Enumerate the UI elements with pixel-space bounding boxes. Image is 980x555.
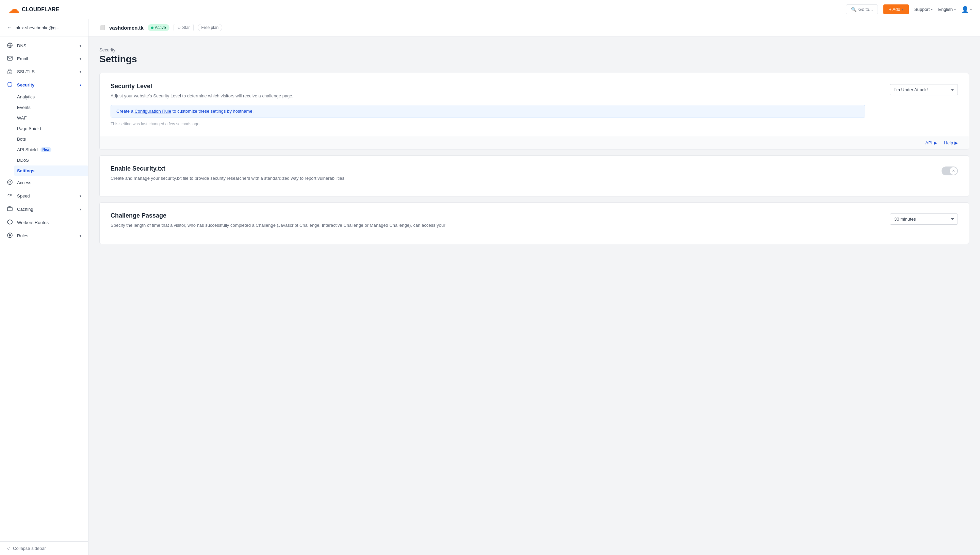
sidebar-item-email-label: Email xyxy=(17,56,28,61)
sidebar-subitem-settings[interactable]: Settings xyxy=(14,165,88,176)
user-menu-button[interactable]: 👤 ▾ xyxy=(961,6,972,13)
email-chevron-icon: ▾ xyxy=(80,57,82,61)
cloudflare-logo-text: CLOUDFLARE xyxy=(22,6,59,13)
challenge-passage-title: Challenge Passage xyxy=(110,212,865,219)
add-chevron-icon: ▾ xyxy=(902,8,903,11)
enable-security-txt-aside: ✕ xyxy=(876,165,958,175)
collapse-arrow-icon: ◁ xyxy=(7,546,10,551)
challenge-passage-aside: 30 minutes 45 minutes 1 hour 2 hours 6 h… xyxy=(876,212,958,225)
sidebar-subitem-api-shield[interactable]: API Shield New xyxy=(17,144,88,155)
sidebar-subitem-waf[interactable]: WAF xyxy=(17,113,88,123)
help-label: Help xyxy=(944,140,953,145)
sidebar-item-security-label: Security xyxy=(17,82,34,88)
speed-icon xyxy=(7,193,13,199)
page-content: Security Settings Security Level Adjust … xyxy=(88,37,980,260)
svg-point-4 xyxy=(10,72,11,73)
add-button[interactable]: + Add ▾ xyxy=(883,5,909,14)
sidebar-subitem-page-shield[interactable]: Page Shield xyxy=(17,123,88,134)
cloudflare-cloud-icon: ☁ xyxy=(8,3,19,16)
sidebar-item-dns-label: DNS xyxy=(17,43,26,48)
user-chevron-icon: ▾ xyxy=(970,8,972,11)
enable-security-txt-card-body: Enable Security.txt Create and manage yo… xyxy=(100,156,969,197)
main-content: ⬜ vashdomen.tk Active ☆ Star Free plan S… xyxy=(88,19,980,555)
sidebar-subitem-ddos[interactable]: DDoS xyxy=(17,155,88,165)
help-link[interactable]: Help ▶ xyxy=(944,140,958,145)
support-chevron-icon: ▾ xyxy=(931,8,933,11)
security-level-select[interactable]: I'm Under Attack! Off Essentially Off Lo… xyxy=(890,84,958,95)
domain-name: vashdomen.tk xyxy=(109,25,144,30)
sidebar-item-security[interactable]: Security ▴ xyxy=(0,78,88,91)
svg-marker-8 xyxy=(8,220,12,225)
plan-badge: Free plan xyxy=(198,24,222,31)
sidebar-item-workers-routes[interactable]: Workers Routes xyxy=(0,216,88,229)
active-dot xyxy=(151,27,153,29)
security-level-title: Security Level xyxy=(110,83,865,90)
collapse-sidebar-button[interactable]: ◁ Collapse sidebar xyxy=(0,541,88,555)
sidebar-item-email[interactable]: Email ▾ xyxy=(0,53,88,65)
language-button[interactable]: English ▾ xyxy=(938,7,956,12)
security-icon xyxy=(7,82,13,88)
topnav: ☁ CLOUDFLARE 🔍 Go to... + Add ▾ Support … xyxy=(0,0,980,19)
sidebar-item-speed[interactable]: Speed ▾ xyxy=(0,189,88,202)
svg-rect-2 xyxy=(8,56,12,60)
enable-security-txt-title: Enable Security.txt xyxy=(110,165,865,172)
sidebar-subitem-bots[interactable]: Bots xyxy=(17,134,88,144)
star-button[interactable]: ☆ Star xyxy=(174,24,193,31)
rules-chevron-icon: ▾ xyxy=(80,234,82,237)
sidebar-subitem-analytics-label: Analytics xyxy=(17,94,35,99)
configuration-rule-link[interactable]: Configuration Rule xyxy=(134,109,171,114)
access-icon xyxy=(7,180,13,186)
back-arrow-icon: ← xyxy=(7,24,12,30)
toggle-x-icon: ✕ xyxy=(952,169,955,173)
api-shield-new-badge: New xyxy=(40,147,52,152)
sidebar-item-access[interactable]: Access xyxy=(0,176,88,189)
security-level-card-body: Security Level Adjust your website's Sec… xyxy=(100,73,969,136)
language-chevron-icon: ▾ xyxy=(954,8,956,11)
star-label: Star xyxy=(182,25,190,30)
sidebar-subitem-events-label: Events xyxy=(17,105,30,110)
api-arrow-icon: ▶ xyxy=(934,140,937,145)
enable-security-txt-card: Enable Security.txt Create and manage yo… xyxy=(99,155,969,197)
security-level-card: Security Level Adjust your website's Sec… xyxy=(99,73,969,150)
security-txt-toggle[interactable]: ✕ xyxy=(942,167,958,175)
sidebar-subitem-events[interactable]: Events xyxy=(17,102,88,113)
sidebar-subitem-waf-label: WAF xyxy=(17,115,27,120)
enable-security-txt-main: Enable Security.txt Create and manage yo… xyxy=(110,165,876,187)
security-level-timestamp: This setting was last changed a few seco… xyxy=(110,122,865,126)
sidebar-item-caching[interactable]: Caching ▾ xyxy=(0,202,88,216)
challenge-passage-select[interactable]: 30 minutes 45 minutes 1 hour 2 hours 6 h… xyxy=(890,213,958,225)
sidebar-user-item[interactable]: ← alex.shevchenko@g... xyxy=(0,19,88,37)
domain-header: ⬜ vashdomen.tk Active ☆ Star Free plan xyxy=(88,19,980,37)
search-icon: 🔍 xyxy=(851,7,857,12)
cloudflare-logo: ☁ CLOUDFLARE xyxy=(8,3,59,16)
security-chevron-icon: ▴ xyxy=(80,83,82,87)
challenge-passage-desc: Specify the length of time that a visito… xyxy=(110,222,865,229)
collapse-sidebar-label: Collapse sidebar xyxy=(13,546,46,551)
sidebar-item-ssl[interactable]: SSL/TLS ▾ xyxy=(0,65,88,78)
support-button[interactable]: Support ▾ xyxy=(914,7,933,12)
sidebar-username: alex.shevchenko@g... xyxy=(16,25,59,30)
domain-icon: ⬜ xyxy=(99,25,105,30)
speed-chevron-icon: ▾ xyxy=(80,194,82,198)
sidebar-subitem-api-shield-label: API Shield xyxy=(17,147,38,152)
security-submenu: Analytics Events WAF Page Shield Bots AP… xyxy=(0,91,88,176)
sidebar-item-ssl-label: SSL/TLS xyxy=(17,69,35,74)
api-link[interactable]: API ▶ xyxy=(925,140,937,145)
security-level-desc: Adjust your website's Security Level to … xyxy=(110,93,865,99)
ssl-icon xyxy=(7,69,13,75)
challenge-passage-card-body: Challenge Passage Specify the length of … xyxy=(100,202,969,244)
sidebar-item-access-label: Access xyxy=(17,180,31,185)
caching-chevron-icon: ▾ xyxy=(80,207,82,211)
rules-icon xyxy=(7,233,13,239)
sidebar-item-dns[interactable]: DNS ▾ xyxy=(0,39,88,53)
dns-chevron-icon: ▾ xyxy=(80,44,82,48)
goto-button[interactable]: 🔍 Go to... xyxy=(846,5,878,14)
sidebar-subitem-analytics[interactable]: Analytics xyxy=(17,91,88,102)
sidebar-item-workers-routes-label: Workers Routes xyxy=(17,220,49,225)
security-level-footer: API ▶ Help ▶ xyxy=(100,136,969,149)
enable-security-txt-desc: Create and manage your security.txt file… xyxy=(110,175,865,182)
security-level-main: Security Level Adjust your website's Sec… xyxy=(110,83,876,126)
email-icon xyxy=(7,56,13,62)
help-arrow-icon: ▶ xyxy=(954,140,958,145)
sidebar-item-rules[interactable]: Rules ▾ xyxy=(0,229,88,242)
